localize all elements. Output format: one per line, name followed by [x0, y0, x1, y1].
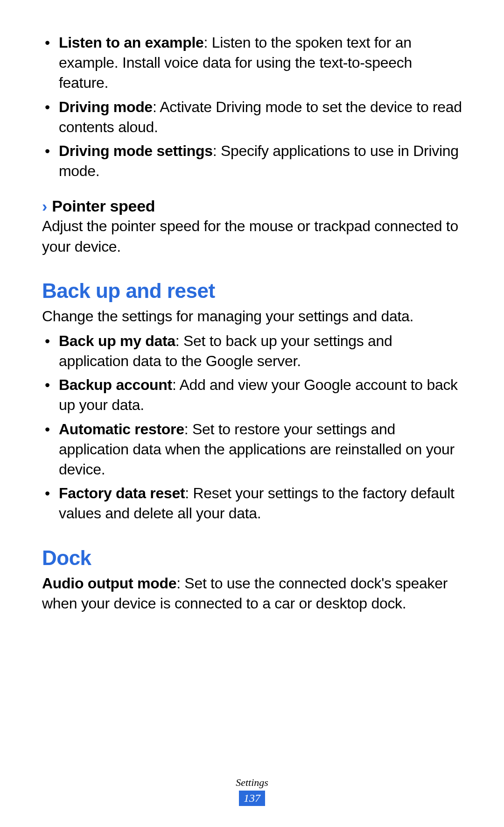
- manual-page: Listen to an example: Listen to the spok…: [0, 0, 504, 827]
- item-label: Factory data reset: [59, 485, 185, 502]
- dock-label: Audio output mode: [42, 575, 176, 592]
- item-label: Driving mode: [59, 99, 153, 115]
- list-item: Factory data reset: Reset your settings …: [42, 483, 462, 523]
- list-item: Back up my data: Set to back up your set…: [42, 331, 462, 371]
- backup-reset-intro: Change the settings for managing your se…: [42, 306, 462, 326]
- page-number: 137: [239, 791, 265, 806]
- page-footer: Settings 137: [0, 777, 504, 806]
- dock-heading: Dock: [42, 546, 462, 570]
- backup-reset-bullet-list: Back up my data: Set to back up your set…: [42, 331, 462, 524]
- list-item: Listen to an example: Listen to the spok…: [42, 33, 462, 93]
- list-item: Backup account: Add and view your Google…: [42, 375, 462, 415]
- item-label: Driving mode settings: [59, 142, 213, 159]
- pointer-speed-heading-row: › Pointer speed: [42, 197, 462, 215]
- top-bullet-list: Listen to an example: Listen to the spok…: [42, 33, 462, 181]
- item-label: Automatic restore: [59, 421, 184, 438]
- item-label: Listen to an example: [59, 34, 204, 51]
- chevron-right-icon: ›: [42, 198, 47, 214]
- list-item: Driving mode: Activate Driving mode to s…: [42, 97, 462, 137]
- dock-body: Audio output mode: Set to use the connec…: [42, 573, 462, 614]
- pointer-speed-body: Adjust the pointer speed for the mouse o…: [42, 216, 462, 256]
- item-label: Back up my data: [59, 332, 175, 349]
- item-label: Backup account: [59, 376, 172, 393]
- backup-reset-heading: Back up and reset: [42, 279, 462, 303]
- footer-section-label: Settings: [0, 777, 504, 789]
- list-item: Automatic restore: Set to restore your s…: [42, 419, 462, 480]
- pointer-speed-heading: Pointer speed: [52, 197, 155, 215]
- list-item: Driving mode settings: Specify applicati…: [42, 141, 462, 181]
